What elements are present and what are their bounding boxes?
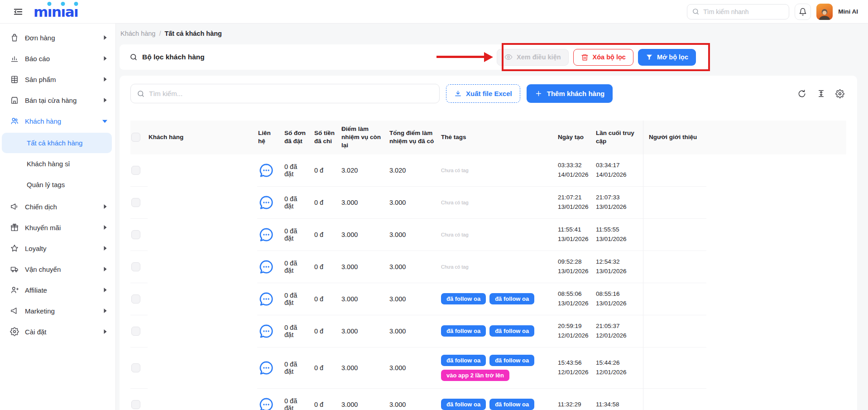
sidebar-item-van-chuyen[interactable]: Vận chuyển [0,259,115,280]
select-all-checkbox[interactable] [131,133,140,142]
row-checkbox-cell [130,154,148,187]
column-header-8: Ngày tạo [557,129,595,146]
row-checkbox[interactable] [131,400,140,409]
last-access-cell: 11:34:58 [595,389,643,410]
sidebar-item-label: Loyalty [25,245,97,252]
row-checkbox[interactable] [131,230,140,239]
app-logo[interactable]: mınıaı [34,5,78,19]
chevron-right-icon [103,35,107,40]
export-excel-button[interactable]: Xuất file Excel [446,84,520,103]
chevron-right-icon [103,56,107,61]
referrer-cell [643,347,706,389]
sidebar-item-label: Bán tại cửa hàng [25,96,97,104]
breadcrumb-parent[interactable]: Khách hàng [120,30,155,37]
add-customer-button[interactable]: Thêm khách hàng [527,84,613,103]
filter-title-label: Bộ lọc khách hàng [142,53,205,61]
notifications-button[interactable] [795,4,811,20]
sidebar-item-khach-hang[interactable]: Khách hàng [0,111,115,131]
created-date-cell: 20:59:1912/01/2026 [557,315,595,347]
chat-bubble-icon[interactable] [258,396,274,410]
sidebar-item-khuyen-mai[interactable]: Khuyến mãi [0,217,115,238]
chat-bubble-icon[interactable] [258,360,274,376]
last-access-cell: 08:55:1613/01/2026 [595,283,643,315]
chat-bubble-icon[interactable] [258,323,274,339]
table-search-input[interactable] [149,90,433,97]
row-checkbox[interactable] [131,327,140,336]
tag-badge: đã follow oa [489,325,534,337]
sidebar-item-label: Vận chuyển [25,265,97,273]
sidebar-item-label: Báo cáo [25,55,97,63]
chevron-right-icon [103,77,107,82]
row-checkbox[interactable] [131,166,140,175]
row-checkbox-cell [130,283,148,315]
no-tag-label: Chưa có tag [441,200,469,205]
gear-icon[interactable] [835,89,844,98]
avatar[interactable] [816,4,833,20]
row-checkbox[interactable] [131,363,140,372]
refresh-icon[interactable] [797,89,806,98]
table-row: 0 đã đặt0 đ3.0003.000đã follow oađã foll… [130,315,846,347]
row-checkbox-cell [130,219,148,251]
sidebar-item-don-hang[interactable]: Đơn hàng [0,27,115,48]
sidebar-item-cai-dat[interactable]: Cài đặt [0,321,115,342]
sidebar-item-bao-cao[interactable]: Báo cáo [0,48,115,69]
sidebar-subitem-tat-ca-khach-hang[interactable]: Tất cả khách hàng [2,133,112,153]
tags-list: đã follow oađã follow oa [441,323,534,339]
chat-bubble-icon[interactable] [258,194,274,211]
sidebar-item-ban-tai-cua-hang[interactable]: Bán tại cửa hàng [0,90,115,111]
customer-name-cell [148,389,257,410]
sidebar-subitem-khach-hang-si[interactable]: Khách hàng sỉ [2,154,112,174]
chat-bubble-icon[interactable] [258,259,274,275]
chat-bubble-icon[interactable] [258,162,274,178]
tags-cell: đã follow oađã follow oavào app 2 lần tr… [440,347,557,389]
bell-icon [799,8,807,16]
clear-filter-button[interactable]: Xóa bộ lọc [573,49,633,66]
customer-name-cell [148,283,257,315]
created-date-cell: 11:32:29 [557,389,595,410]
sidebar-item-loyalty[interactable]: Loyalty [0,238,115,259]
chat-bubble-icon[interactable] [258,291,274,307]
row-checkbox[interactable] [131,262,140,271]
sidebar-item-san-pham[interactable]: Sản phẩm [0,69,115,90]
points-left-cell: 3.000 [340,219,388,251]
sidebar-subitem-quan-ly-tags[interactable]: Quản lý tags [2,174,112,195]
global-search-input[interactable] [703,8,785,15]
collapse-sidebar-icon[interactable] [12,5,24,18]
contact-cell [257,283,283,315]
tags-cell: Chưa có tag [440,251,557,283]
points-left-cell: 3.000 [340,347,388,389]
column-header-3: Số đơn đã đặt [283,125,313,150]
customer-name-cell [148,347,257,389]
row-checkbox[interactable] [131,294,140,304]
points-left-cell: 3.000 [340,315,388,347]
row-height-icon[interactable] [816,89,825,98]
sidebar-item-chien-dich[interactable]: Chiến dịch [0,196,115,217]
created-date-cell: 21:07:2113/01/2026 [557,187,595,219]
row-checkbox-cell [130,389,148,410]
sidebar-item-label: Khách hàng [25,117,96,125]
row-checkbox-cell [130,251,148,283]
sidebar-item-marketing[interactable]: Marketing [0,300,115,321]
orders-count-cell: 0 đã đặt [283,219,313,251]
sidebar-item-label: Khuyến mãi [25,224,97,232]
breadcrumb-current: Tất cả khách hàng [164,30,222,37]
header-checkbox-cell [130,128,148,146]
table-toolbar: Xuất file Excel Thêm khách hàng [130,84,846,103]
table-row: 0 đã đặt0 đ3.0003.000đã follow oađã foll… [130,283,846,315]
store-icon [10,96,19,105]
points-left-cell: 3.000 [340,187,388,219]
sidebar-item-affiliate[interactable]: Affiliate [0,280,115,300]
view-conditions-button[interactable]: Xem điều kiện [497,49,569,66]
users-icon [10,116,19,125]
topbar: mınıaı Mini AI [0,0,868,24]
created-date-cell: 03:33:3214/01/2026 [557,154,595,187]
customer-name-cell [148,251,257,283]
orders-count-cell: 0 đã đặt [283,187,313,219]
created-date-cell: 09:52:2813/01/2026 [557,251,595,283]
customer-table-card: Xuất file Excel Thêm khách hàng Khách hà… [120,76,857,410]
contact-cell [257,251,283,283]
open-filter-button[interactable]: Mở bộ lọc [638,49,696,66]
trash-icon [581,53,589,61]
chat-bubble-icon[interactable] [258,227,274,243]
row-checkbox[interactable] [131,198,140,207]
